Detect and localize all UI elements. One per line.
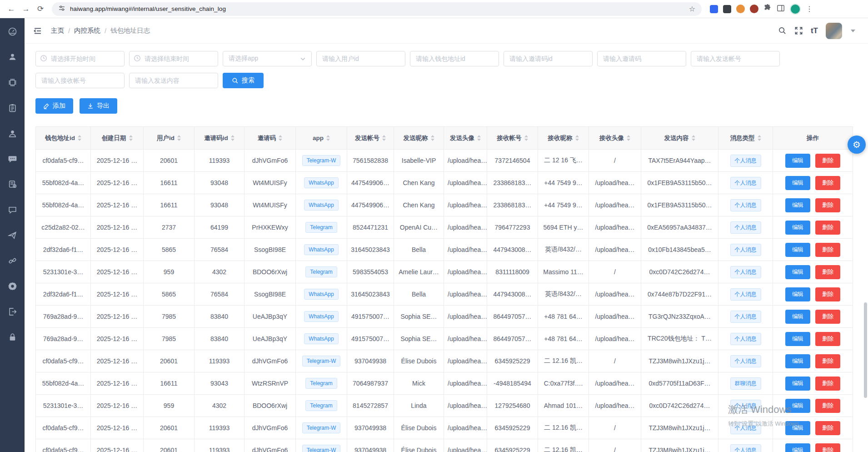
sidebar-item-audit-log[interactable] — [3, 178, 21, 190]
send-content-field[interactable] — [129, 73, 218, 88]
sidebar-item-links[interactable] — [3, 255, 21, 266]
sort-caret-icon[interactable] — [231, 135, 234, 141]
edit-button[interactable]: 编辑 — [785, 377, 810, 391]
delete-button[interactable]: 删除 — [815, 310, 840, 324]
sidebar-item-messages[interactable] — [3, 153, 21, 165]
breadcrumb-home[interactable]: 主页 — [51, 26, 64, 35]
delete-button[interactable]: 删除 — [815, 176, 840, 190]
end-time-field[interactable] — [129, 51, 218, 66]
sort-caret-icon[interactable] — [431, 135, 434, 141]
edit-button[interactable]: 编辑 — [785, 243, 810, 257]
start-time-input[interactable] — [35, 51, 125, 66]
column-header[interactable]: 接收昵称 — [538, 127, 589, 150]
receive-account-input[interactable] — [35, 73, 125, 88]
sidebar-item-users[interactable] — [3, 51, 21, 63]
column-header[interactable]: 发送内容 — [641, 127, 718, 150]
delete-button[interactable]: 删除 — [815, 399, 840, 413]
user-id-input[interactable] — [316, 51, 405, 66]
user-avatar[interactable] — [826, 23, 842, 39]
sort-caret-icon[interactable] — [627, 135, 630, 141]
edit-button[interactable]: 编辑 — [785, 354, 810, 368]
sort-caret-icon[interactable] — [575, 135, 579, 141]
sidebar-item-security[interactable] — [3, 331, 21, 343]
send-account-input[interactable] — [691, 51, 780, 66]
column-header[interactable]: 邀请码 — [244, 127, 296, 150]
font-size-icon[interactable]: tT — [811, 26, 818, 35]
delete-button[interactable]: 删除 — [815, 421, 840, 435]
start-time-field[interactable] — [35, 51, 125, 66]
delete-button[interactable]: 删除 — [815, 154, 840, 168]
sort-caret-icon[interactable] — [382, 135, 386, 141]
delete-button[interactable]: 删除 — [815, 265, 840, 279]
sort-caret-icon[interactable] — [326, 135, 330, 141]
edit-button[interactable]: 编辑 — [785, 198, 810, 212]
column-header[interactable]: 发送昵称 — [394, 127, 444, 150]
delete-button[interactable]: 删除 — [815, 443, 840, 452]
delete-button[interactable]: 删除 — [815, 354, 840, 368]
column-settings-gear-button[interactable]: ⚙ — [848, 136, 866, 154]
edit-button[interactable]: 编辑 — [785, 221, 810, 235]
sort-caret-icon[interactable] — [177, 135, 181, 141]
sort-caret-icon[interactable] — [758, 135, 761, 141]
scrollbar-thumb[interactable] — [864, 302, 867, 398]
chevron-down-icon[interactable] — [851, 30, 855, 32]
sidebar-item-members[interactable] — [3, 127, 21, 139]
sidebar-item-chat[interactable] — [3, 204, 21, 216]
column-header[interactable]: 消息类型 — [718, 127, 773, 150]
wallet-id-field[interactable] — [410, 51, 499, 66]
edit-button[interactable]: 编辑 — [785, 332, 810, 346]
column-header[interactable]: 发送头像 — [444, 127, 487, 150]
search-icon[interactable] — [778, 26, 787, 35]
edit-button[interactable]: 编辑 — [785, 154, 810, 168]
bookmark-star-icon[interactable]: ☆ — [689, 5, 695, 13]
sort-caret-icon[interactable] — [524, 135, 528, 141]
invite-code-field[interactable] — [597, 51, 686, 66]
column-header[interactable]: 钱包地址id — [36, 127, 91, 150]
edit-button[interactable]: 编辑 — [785, 443, 810, 452]
delete-button[interactable]: 删除 — [815, 287, 840, 301]
edit-button[interactable]: 编辑 — [785, 176, 810, 190]
sort-caret-icon[interactable] — [129, 135, 133, 141]
app-select[interactable]: 请选择app — [223, 51, 312, 66]
extension-icon-blue[interactable] — [710, 5, 718, 13]
wallet-id-input[interactable] — [410, 51, 499, 66]
sidebar-item-settings[interactable] — [3, 280, 21, 292]
delete-button[interactable]: 删除 — [815, 332, 840, 346]
column-header[interactable]: 发送帐号 — [347, 127, 394, 150]
edit-button[interactable]: 编辑 — [785, 310, 810, 324]
column-header[interactable]: 创建日期 — [91, 127, 144, 150]
browser-profile-avatar[interactable] — [790, 4, 801, 15]
column-header[interactable]: 接收帐号 — [487, 127, 538, 150]
sort-caret-icon[interactable] — [78, 135, 81, 141]
sidebar-item-broadcast[interactable] — [3, 229, 21, 241]
invite-code-id-field[interactable] — [504, 51, 593, 66]
invite-code-input[interactable] — [597, 51, 686, 66]
edit-button[interactable]: 编辑 — [785, 265, 810, 279]
send-account-field[interactable] — [691, 51, 780, 66]
extension-icon-orange[interactable] — [736, 5, 745, 13]
breadcrumb-internal[interactable]: 内控系统 — [74, 26, 100, 35]
sidebar-item-orders[interactable] — [3, 102, 21, 114]
delete-button[interactable]: 删除 — [815, 377, 840, 391]
column-header[interactable]: 接收头像 — [589, 127, 641, 150]
site-info-icon[interactable] — [58, 5, 65, 14]
sidebar-collapse-icon[interactable] — [31, 24, 45, 38]
extension-icon-red[interactable] — [750, 5, 758, 13]
add-button[interactable]: 添加 — [35, 98, 73, 114]
end-time-input[interactable] — [129, 51, 218, 66]
send-content-input[interactable] — [129, 73, 218, 88]
sidebar-item-dashboard[interactable] — [3, 25, 21, 37]
invite-code-id-input[interactable] — [504, 51, 593, 66]
user-id-field[interactable] — [316, 51, 405, 66]
side-panel-icon[interactable] — [777, 4, 785, 14]
edit-button[interactable]: 编辑 — [785, 287, 810, 301]
column-header[interactable]: 用户id — [144, 127, 195, 150]
search-button[interactable]: 搜索 — [223, 73, 264, 88]
browser-menu-icon[interactable]: ⋮ — [806, 5, 813, 13]
delete-button[interactable]: 删除 — [815, 221, 840, 235]
column-header[interactable]: 邀请码id — [195, 127, 244, 150]
browser-forward-button[interactable]: → — [19, 2, 33, 16]
extensions-puzzle-icon[interactable] — [763, 4, 772, 14]
address-bar[interactable]: haiwang.app/miwang#/internal/user_sensit… — [52, 2, 702, 16]
delete-button[interactable]: 删除 — [815, 198, 840, 212]
